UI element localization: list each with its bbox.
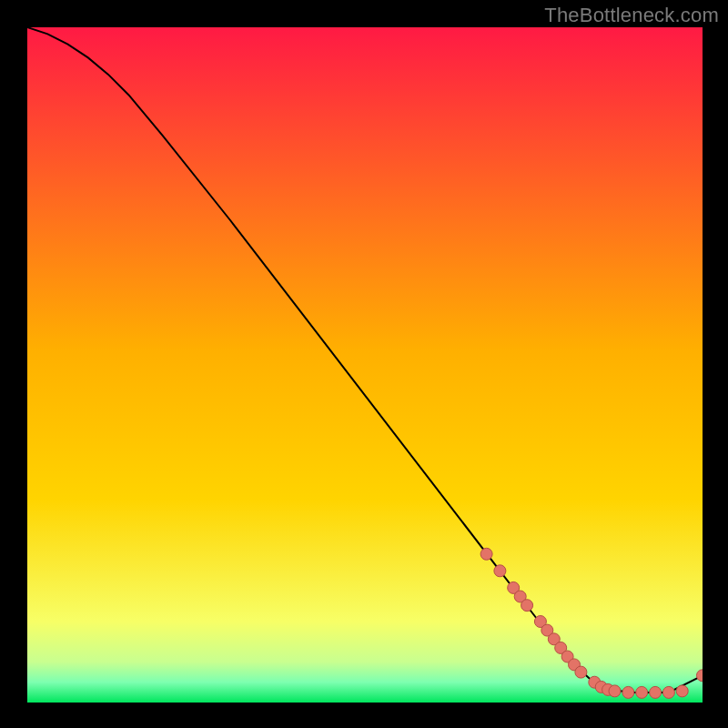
scatter-dot — [494, 565, 506, 577]
scatter-dot — [480, 548, 492, 560]
scatter-dot — [662, 686, 674, 698]
scatter-dot — [636, 686, 648, 698]
watermark-text: TheBottleneck.com — [544, 4, 719, 27]
scatter-dot — [609, 685, 621, 697]
scatter-dot — [676, 685, 688, 697]
chart-frame: TheBottleneck.com — [0, 0, 728, 728]
gradient-background — [27, 27, 703, 703]
scatter-dot — [521, 600, 533, 612]
scatter-dot — [575, 666, 587, 678]
scatter-dot — [650, 686, 662, 698]
plot-area — [27, 27, 703, 703]
scatter-dot — [622, 686, 634, 698]
chart-svg — [27, 27, 703, 703]
